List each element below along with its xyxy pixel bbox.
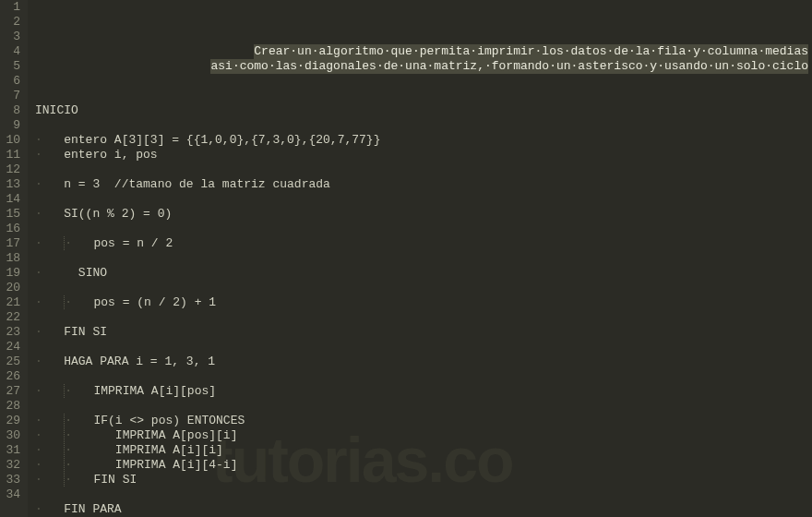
- code-line[interactable]: [35, 162, 812, 177]
- code-text: · · FIN SI: [35, 473, 137, 487]
- code-line[interactable]: [35, 118, 812, 133]
- code-line[interactable]: · · IMPRIMA A[i][pos]: [35, 384, 812, 399]
- line-number: 1: [4, 0, 20, 15]
- code-text: · FIN PARA: [35, 502, 122, 516]
- code-area[interactable]: tutorias.co Crear·un·algoritmo·que·permi…: [28, 0, 812, 517]
- line-number: 4: [4, 44, 20, 59]
- code-text: · SI((n % 2) = 0): [35, 207, 172, 221]
- line-number: 28: [4, 399, 20, 414]
- line-number: 16: [4, 222, 20, 236]
- code-editor[interactable]: 1234567891011121314151617181920212223242…: [0, 0, 812, 517]
- line-number: 26: [4, 369, 20, 384]
- line-number: 17: [4, 236, 20, 251]
- line-number: 31: [4, 443, 20, 458]
- line-number: 15: [4, 207, 20, 222]
- code-text: INICIO: [35, 103, 78, 117]
- code-line[interactable]: · SI((n % 2) = 0): [35, 207, 812, 222]
- code-line[interactable]: asi·como·las·diagonales·de·una·matriz,·f…: [35, 59, 812, 74]
- line-number: 19: [4, 266, 20, 281]
- code-text: · entero i, pos: [35, 148, 158, 162]
- code-text: · SINO: [35, 266, 107, 280]
- line-number: 27: [4, 384, 20, 399]
- code-line[interactable]: [35, 222, 812, 236]
- code-line[interactable]: [35, 487, 812, 502]
- line-number: 25: [4, 355, 20, 369]
- line-number: 14: [4, 192, 20, 207]
- line-number-gutter: 1234567891011121314151617181920212223242…: [0, 0, 28, 517]
- code-text: · · IMPRIMA A[pos][i]: [35, 428, 237, 442]
- line-number: 2: [4, 15, 20, 30]
- code-line[interactable]: [35, 310, 812, 325]
- line-number: 12: [4, 162, 20, 177]
- code-line[interactable]: · · pos = n / 2: [35, 236, 812, 251]
- code-line[interactable]: [35, 74, 812, 89]
- code-text: · FIN SI: [35, 325, 107, 339]
- code-line[interactable]: [35, 399, 812, 414]
- code-line[interactable]: · · pos = (n / 2) + 1: [35, 295, 812, 310]
- code-line[interactable]: · n = 3 //tamano de la matriz cuadrada: [35, 177, 812, 192]
- line-number: 22: [4, 310, 20, 325]
- code-text: · · pos = (n / 2) + 1: [35, 295, 216, 309]
- code-line[interactable]: · HAGA PARA i = 1, 3, 1: [35, 355, 812, 369]
- line-number: 3: [4, 30, 20, 44]
- line-number: 7: [4, 89, 20, 103]
- code-line[interactable]: [35, 369, 812, 384]
- line-number: 18: [4, 251, 20, 266]
- code-text: · · IF(i <> pos) ENTONCES: [35, 414, 245, 427]
- line-number: 20: [4, 281, 20, 295]
- line-number: 5: [4, 59, 20, 74]
- code-line[interactable]: [35, 89, 812, 103]
- code-line[interactable]: [35, 192, 812, 207]
- code-line[interactable]: · · IF(i <> pos) ENTONCES: [35, 414, 812, 428]
- line-number: 24: [4, 340, 20, 355]
- code-line[interactable]: · FIN SI: [35, 325, 812, 340]
- code-line[interactable]: · · FIN SI: [35, 473, 812, 487]
- code-text: · HAGA PARA i = 1, 3, 1: [35, 355, 215, 368]
- code-line[interactable]: INICIO: [35, 103, 812, 118]
- code-text: · entero A[3][3] = {{1,0,0},{7,3,0},{20,…: [35, 133, 380, 147]
- code-line[interactable]: · · IMPRIMA A[pos][i]: [35, 428, 812, 443]
- code-line[interactable]: · entero i, pos: [35, 148, 812, 162]
- line-number: 9: [4, 118, 20, 133]
- line-number: 13: [4, 177, 20, 192]
- code-text: · n = 3 //tamano de la matriz cuadrada: [35, 177, 330, 191]
- line-number: 34: [4, 487, 20, 502]
- code-line[interactable]: Crear·un·algoritmo·que·permita·imprimir·…: [35, 44, 812, 59]
- code-line[interactable]: · · IMPRIMA A[i][4-i]: [35, 458, 812, 473]
- code-text: Crear·un·algoritmo·que·permita·imprimir·…: [254, 44, 808, 59]
- line-number: 30: [4, 428, 20, 443]
- code-text: · · pos = n / 2: [35, 236, 173, 250]
- line-number: 21: [4, 295, 20, 310]
- code-line[interactable]: [35, 251, 812, 266]
- code-line[interactable]: [35, 281, 812, 295]
- line-number: 33: [4, 473, 20, 487]
- code-line[interactable]: · entero A[3][3] = {{1,0,0},{7,3,0},{20,…: [35, 133, 812, 148]
- code-text: · · IMPRIMA A[i][pos]: [35, 384, 216, 398]
- line-number: 10: [4, 133, 20, 148]
- code-text: · · IMPRIMA A[i][4-i]: [35, 458, 237, 472]
- code-line[interactable]: · SINO: [35, 266, 812, 281]
- code-text: asi·como·las·diagonales·de·una·matriz,·f…: [210, 59, 808, 74]
- code-line[interactable]: · FIN PARA: [35, 502, 812, 517]
- code-line[interactable]: · · IMPRIMA A[i][i]: [35, 443, 812, 458]
- line-number: 8: [4, 103, 20, 118]
- code-text: · · IMPRIMA A[i][i]: [35, 443, 223, 457]
- line-number: 6: [4, 74, 20, 89]
- line-number: 11: [4, 148, 20, 162]
- code-line[interactable]: [35, 340, 812, 355]
- line-number: 23: [4, 325, 20, 340]
- line-number: 32: [4, 458, 20, 473]
- line-number: 29: [4, 414, 20, 428]
